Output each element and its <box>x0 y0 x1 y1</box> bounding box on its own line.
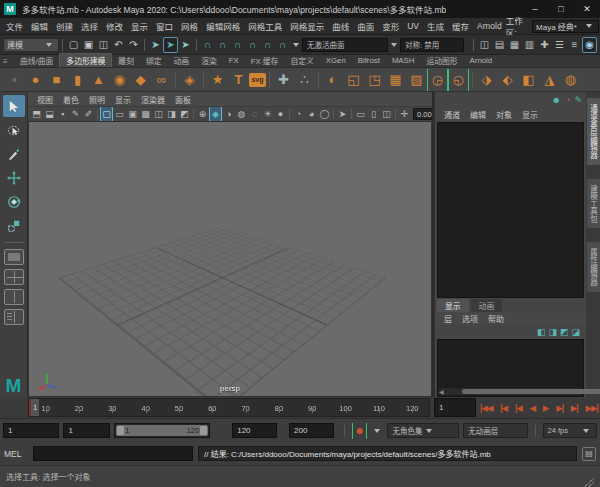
panel-menu-item[interactable]: 显示 <box>110 94 136 105</box>
camera-ball-icon[interactable]: ● <box>274 107 287 121</box>
menu-item[interactable]: 创建 <box>52 20 77 32</box>
command-input[interactable] <box>33 446 193 461</box>
poly-cylinder-icon[interactable]: ▮ <box>67 69 88 91</box>
move-layer-up-icon[interactable]: ◩ <box>560 327 569 337</box>
svg-tool-icon[interactable]: svg <box>249 73 266 87</box>
render-settings-icon[interactable]: ▥ <box>522 38 537 52</box>
bookmark-camera-icon[interactable]: ⬒ <box>30 107 43 121</box>
menu-item[interactable]: 变形 <box>378 20 403 32</box>
menu-item[interactable]: 修改 <box>102 20 127 32</box>
rotate-tool[interactable] <box>3 191 25 213</box>
poly-disc-icon[interactable]: ∞ <box>151 69 172 91</box>
scale-tool[interactable] <box>3 215 25 237</box>
snap-curve-icon[interactable]: ∩ <box>215 38 230 52</box>
xray-joints-icon[interactable]: ◕ <box>305 107 318 121</box>
select-hierarchy-icon[interactable]: ➤ <box>148 38 163 52</box>
fps-dropdown[interactable]: 24 fps <box>543 423 598 438</box>
select-component-icon[interactable]: ➤ <box>178 38 193 52</box>
poly-torus-icon[interactable]: ◉ <box>109 69 130 91</box>
wireframe-mode-icon[interactable]: ▢ <box>100 106 113 122</box>
show-manipulator-icon[interactable]: ☻ <box>552 94 561 106</box>
poly-text-icon[interactable]: T <box>228 69 249 91</box>
grease-pencil-icon[interactable]: ✎ <box>574 94 582 106</box>
wire-sphere-icon[interactable]: ◍ <box>235 107 248 121</box>
sidebar-vertical-tab[interactable]: 建模工具包 <box>587 179 600 229</box>
panel-menu-item[interactable]: 视图 <box>32 94 58 105</box>
render-view-icon[interactable]: ◫ <box>477 38 492 52</box>
menu-item[interactable]: 网格 <box>177 20 202 32</box>
menu-item[interactable]: UV <box>403 21 423 31</box>
panel-menu-item[interactable]: 着色 <box>58 94 84 105</box>
menu-item[interactable]: 曲线 <box>328 20 353 32</box>
shaded-sphere-icon[interactable]: ◆ <box>209 106 222 122</box>
shelf-tab[interactable]: 雕刻 <box>112 54 140 67</box>
character-set-dropdown[interactable]: 无角色集 <box>387 423 459 438</box>
snap-view-plane-icon[interactable]: ∩ <box>260 38 275 52</box>
play-backwards-button[interactable]: ◀ <box>530 403 536 413</box>
horizontal-scrollbar[interactable]: ◀ ▶ <box>439 388 582 395</box>
symmetry-field[interactable]: 对称: 禁用 <box>400 38 464 52</box>
render-current-frame-icon[interactable]: ▤ <box>492 38 507 52</box>
channel-box-menu-item[interactable]: 显示 <box>517 109 543 120</box>
undo-icon[interactable]: ↶ <box>111 38 126 52</box>
boolean-difference-icon[interactable]: ▨ <box>406 69 427 91</box>
light-editor-icon[interactable]: ☰ <box>552 38 567 52</box>
step-back-frame-button[interactable]: |◀ <box>515 403 522 413</box>
save-scene-icon[interactable]: ◫ <box>96 38 111 52</box>
reduce-icon[interactable]: ◵ <box>448 69 469 91</box>
menu-item[interactable]: 窗口 <box>152 20 177 32</box>
hypershade-icon[interactable]: ✚ <box>537 38 552 52</box>
menu-item[interactable]: 生成 <box>423 20 448 32</box>
paint-select-tool[interactable] <box>3 143 25 165</box>
poly-cone-icon[interactable]: ▲ <box>88 69 109 91</box>
paint-effects-toggle-icon[interactable]: ◉ <box>582 37 597 53</box>
menu-item[interactable]: 曲面 <box>353 20 378 32</box>
channel-box-menu-item[interactable]: 编辑 <box>465 109 491 120</box>
menu-item[interactable]: 编辑 <box>27 20 52 32</box>
scroll-left-icon[interactable]: ◀ <box>439 388 444 395</box>
shelf-tab[interactable]: 多边形建模 <box>59 53 112 67</box>
screen-space-ao-icon[interactable]: ◨ <box>165 107 178 121</box>
platonic-solid-icon[interactable]: ◈ <box>179 69 200 91</box>
shelf-tab[interactable]: 曲线/曲面 <box>14 54 59 67</box>
time-slider[interactable]: 1 102030405060708090100110120 <box>28 398 430 417</box>
snap-projected-center-icon[interactable]: ∩ <box>245 38 260 52</box>
motion-blur-icon[interactable]: ◩ <box>178 107 191 121</box>
redo-icon[interactable]: ↷ <box>126 38 141 52</box>
menu-item[interactable]: Arnold <box>473 21 506 31</box>
dotted-sphere-icon[interactable]: ◌ <box>248 107 261 121</box>
all-lights-icon[interactable]: ▩ <box>139 107 152 121</box>
resize-grip[interactable] <box>584 477 594 487</box>
animation-layer-dropdown[interactable]: 无动画层 <box>463 423 527 438</box>
channel-box-menu-item[interactable]: 通道 <box>439 109 465 120</box>
select-tool[interactable] <box>3 95 25 117</box>
shelf-tab[interactable]: FX 缓存 <box>245 54 285 67</box>
play-forwards-button[interactable]: ▶ <box>543 403 549 413</box>
brush-icon[interactable]: ✐ <box>82 107 95 121</box>
menu-item[interactable]: 缓存 <box>448 20 473 32</box>
viewport-canvas[interactable]: persp <box>28 122 432 397</box>
workspace-dropdown[interactable]: Maya 经典* <box>532 20 599 33</box>
poly-sphere-icon[interactable]: ● <box>25 69 46 91</box>
current-frame-field[interactable]: 1 <box>434 398 476 417</box>
panel-menu-item[interactable]: 面板 <box>170 94 196 105</box>
menu-item[interactable]: 文件 <box>2 20 27 32</box>
textured-mode-icon[interactable]: ▣ <box>126 107 139 121</box>
ik-handle-icon[interactable]: ∴ <box>294 69 315 91</box>
exposure-icon[interactable]: ✛ <box>398 107 411 121</box>
joint-tool-icon[interactable]: ✚ <box>273 69 294 91</box>
menu-item[interactable]: 网格显示 <box>286 20 328 32</box>
snap-point-icon[interactable]: ∩ <box>230 38 245 52</box>
camera-lock-icon[interactable]: ▪ <box>56 107 69 121</box>
shadows-icon[interactable]: ◫ <box>152 107 165 121</box>
sidebar-vertical-tab[interactable]: 属性编辑器 <box>587 242 600 292</box>
camera-attributes-icon[interactable]: ⬓ <box>43 107 56 121</box>
layer-editor-tab[interactable]: 动画 <box>471 299 503 312</box>
poly-plane-icon[interactable]: ◆ <box>130 69 151 91</box>
menu-item[interactable]: 显示 <box>127 20 152 32</box>
light-icon[interactable]: ☀ <box>261 107 274 121</box>
new-layer-selected-icon[interactable]: ◨ <box>548 327 557 337</box>
bridge-icon[interactable]: ⬖ <box>497 69 518 91</box>
target-weld-icon[interactable]: ◍ <box>560 69 581 91</box>
boolean-union-icon[interactable]: ▦ <box>385 69 406 91</box>
